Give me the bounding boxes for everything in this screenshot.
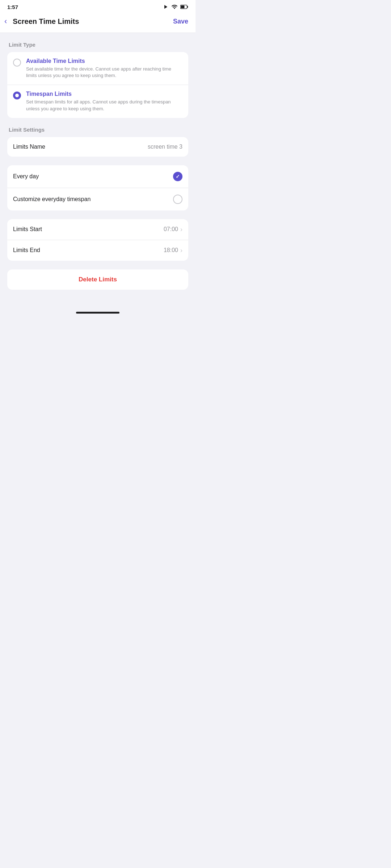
- timespan-option[interactable]: Timespan Limits Set timespan limits for …: [7, 85, 188, 118]
- timespan-radio: [13, 92, 21, 99]
- limits-start-row[interactable]: Limits Start 07:00 ›: [7, 219, 188, 240]
- home-bar: [76, 312, 119, 314]
- available-time-text: Available Time Limits Set available time…: [26, 58, 182, 79]
- limits-name-label: Limits Name: [13, 144, 45, 150]
- limits-end-label: Limits End: [13, 247, 40, 254]
- limits-start-label: Limits Start: [13, 226, 42, 233]
- limits-name-value: screen time 3: [148, 144, 182, 150]
- limits-start-value: 07:00: [164, 226, 178, 233]
- limit-settings-section-label: Limit Settings: [9, 127, 188, 133]
- available-time-radio: [13, 59, 21, 67]
- limits-end-value: 18:00: [164, 247, 178, 254]
- page-title: Screen Time Limits: [13, 17, 173, 26]
- limits-start-value-group: 07:00 ›: [164, 226, 182, 233]
- schedule-card: Every day Customize everyday timespan: [7, 165, 188, 210]
- available-time-title: Available Time Limits: [26, 58, 182, 64]
- delete-limits-button[interactable]: Delete Limits: [7, 269, 188, 290]
- customize-row[interactable]: Customize everyday timespan: [7, 188, 188, 210]
- limits-end-value-group: 18:00 ›: [164, 247, 182, 254]
- limits-start-chevron-icon: ›: [180, 226, 182, 233]
- svg-rect-2: [187, 6, 188, 8]
- status-bar: 1:57: [0, 0, 196, 12]
- back-arrow-icon: ‹: [4, 17, 7, 25]
- timespan-title: Timespan Limits: [26, 91, 182, 97]
- save-button[interactable]: Save: [173, 18, 188, 25]
- limits-name-card: Limits Name screen time 3: [7, 137, 188, 157]
- content-area: Limit Type Available Time Limits Set ava…: [0, 33, 196, 298]
- limits-end-row[interactable]: Limits End 18:00 ›: [7, 240, 188, 261]
- svg-rect-1: [181, 5, 184, 8]
- limit-type-section-label: Limit Type: [9, 42, 188, 48]
- every-day-row[interactable]: Every day: [7, 165, 188, 188]
- wifi-icon: [171, 4, 178, 10]
- customize-check: [173, 195, 182, 204]
- timings-card: Limits Start 07:00 › Limits End 18:00 ›: [7, 219, 188, 261]
- status-icons: [162, 4, 188, 10]
- status-time: 1:57: [7, 4, 18, 10]
- limits-name-row[interactable]: Limits Name screen time 3: [7, 137, 188, 157]
- every-day-check: [173, 172, 182, 181]
- limits-end-chevron-icon: ›: [180, 247, 182, 254]
- available-time-option[interactable]: Available Time Limits Set available time…: [7, 52, 188, 85]
- limit-type-card: Available Time Limits Set available time…: [7, 52, 188, 118]
- play-icon: [162, 4, 169, 10]
- available-time-desc: Set available time for the device. Canno…: [26, 66, 182, 79]
- home-indicator: [0, 306, 196, 320]
- customize-label: Customize everyday timespan: [13, 196, 91, 203]
- every-day-label: Every day: [13, 173, 39, 180]
- back-button[interactable]: ‹: [4, 16, 10, 27]
- timespan-text: Timespan Limits Set timespan limits for …: [26, 91, 182, 112]
- timespan-desc: Set timespan limits for all apps. Cannot…: [26, 99, 182, 112]
- top-nav: ‹ Screen Time Limits Save: [0, 12, 196, 33]
- battery-icon: [180, 4, 188, 9]
